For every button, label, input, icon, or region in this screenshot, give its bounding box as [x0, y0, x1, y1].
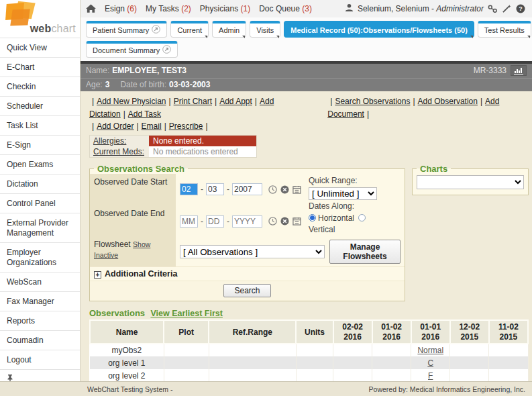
- help-icon[interactable]: ?: [516, 4, 525, 13]
- clear-date-icon[interactable]: [280, 217, 289, 226]
- chart-links-row-1: |Add New Physician|Print Chart|Add Appt|…: [89, 95, 529, 120]
- calendar-icon[interactable]: [292, 217, 301, 226]
- current-meds-link[interactable]: Current Meds:: [93, 147, 144, 156]
- footer-right: Powered by: Medical Informatics Engineer…: [369, 385, 525, 393]
- column-header-01-02-2016: 01-02 2016: [372, 320, 411, 344]
- sidebar-item-quick-view[interactable]: Quick View: [0, 38, 80, 58]
- date-start-dd-input[interactable]: [206, 183, 224, 195]
- nav-count: (6): [127, 4, 137, 13]
- obs-value-cell: [372, 369, 411, 381]
- obs-value-link[interactable]: C: [427, 358, 433, 368]
- topbar-nav: Esign (6)My Tasks (2)Physicians (1)Doc Q…: [96, 4, 312, 13]
- add-new-physician-link[interactable]: Add New Physician: [97, 97, 166, 106]
- nav-item-physicians[interactable]: Physicians (1): [200, 4, 250, 13]
- logo-shape: [10, 9, 30, 26]
- date-end-yyyy-input[interactable]: [232, 215, 262, 228]
- print-chart-link[interactable]: Print Chart: [174, 97, 212, 106]
- sidebar-item-control-panel[interactable]: Control Panel: [0, 194, 80, 213]
- horizontal-radio[interactable]: [309, 214, 316, 221]
- clock-icon[interactable]: [268, 217, 277, 226]
- dates-along-label: Dates Along:: [309, 201, 401, 212]
- email-link[interactable]: Email: [142, 121, 162, 131]
- add-appt-link[interactable]: Add Appt: [219, 97, 252, 106]
- flowsheet-select[interactable]: [ All Observations ]: [180, 245, 325, 258]
- tab-current[interactable]: Current: [170, 21, 209, 38]
- link-icon[interactable]: [488, 5, 498, 13]
- observation-row-org-level-2: org level 2F: [90, 369, 528, 381]
- charts-select[interactable]: [417, 175, 524, 189]
- sidebar-item-e-sign[interactable]: E-Sign: [0, 136, 80, 155]
- main-column: Esign (6)My Tasks (2)Physicians (1)Doc Q…: [81, 0, 532, 381]
- expand-icon: [94, 271, 101, 279]
- obs-refrange-cell: [209, 369, 296, 381]
- sidebar-item-open-exams[interactable]: Open Exams: [0, 155, 80, 175]
- tab-medical-record-50-observations-flowsheets-50[interactable]: Medical Record (50):Observations/Flowshe…: [284, 21, 474, 38]
- obs-value-cell: F: [411, 369, 450, 381]
- sidebar-item-external-provider-management[interactable]: External Provider Management: [0, 213, 80, 243]
- obs-value-link[interactable]: Normal: [417, 346, 443, 355]
- manage-flowsheets-button[interactable]: Manage Flowsheets: [329, 240, 401, 264]
- obs-value-cell: Normal: [411, 344, 450, 356]
- tab-label: Test Results: [484, 26, 525, 34]
- additional-criteria-toggle[interactable]: Additional Criteria: [90, 266, 405, 281]
- search-button[interactable]: Search: [223, 284, 270, 297]
- vertical-radio[interactable]: [358, 214, 366, 221]
- observations-search-panel: Observations Search Observed Date Start …: [89, 164, 405, 302]
- sidebar-item-e-chart[interactable]: E-Chart: [0, 58, 80, 77]
- sidebar-item-dictation[interactable]: Dictation: [0, 175, 80, 194]
- column-header-01-01-2016: 01-01 2016: [411, 320, 450, 344]
- date-start-yyyy-input[interactable]: [232, 183, 262, 195]
- search-observations-link[interactable]: Search Observations: [335, 97, 410, 106]
- wand-icon[interactable]: [502, 5, 512, 13]
- quick-range-select[interactable]: [ Unlimited ]: [309, 187, 377, 200]
- tab-visits[interactable]: Visits: [250, 21, 280, 38]
- prescribe-link[interactable]: Prescribe: [169, 121, 203, 131]
- user-name[interactable]: Selenium, Selenium - Administrator: [358, 4, 484, 13]
- allergies-row: Allergies: None entered.: [90, 136, 256, 146]
- date-start-mm-input[interactable]: [180, 183, 198, 195]
- date-end-mm-input[interactable]: [180, 215, 198, 228]
- nav-item-doc-queue[interactable]: Doc Queue (3): [259, 4, 312, 13]
- view-earliest-first-link[interactable]: View Earliest First: [150, 309, 222, 318]
- sidebar-item-task-list[interactable]: Task List: [0, 116, 80, 136]
- allergies-link[interactable]: Allergies:: [93, 136, 126, 146]
- patient-chart-button[interactable]: [511, 65, 527, 76]
- tab-document-summary[interactable]: Document Summary: [86, 41, 178, 58]
- sidebar-item-logout[interactable]: Logout: [0, 350, 80, 370]
- sidebar-item-employer-organizations[interactable]: Employer Organizations: [0, 243, 80, 273]
- tab-patient-summary[interactable]: Patient Summary: [86, 21, 167, 38]
- date-end-dd-input[interactable]: [206, 215, 224, 228]
- name-label: Name:: [86, 66, 109, 75]
- obs-value-link[interactable]: F: [428, 371, 433, 381]
- nav-item-esign[interactable]: Esign (6): [105, 4, 137, 13]
- webchart-app: webchart Quick ViewE-ChartCheckinSchedul…: [0, 0, 532, 396]
- popup-icon[interactable]: [152, 25, 160, 35]
- user-icon: [345, 3, 354, 14]
- sidebar-item-fax-manager[interactable]: Fax Manager: [0, 292, 80, 311]
- date-start-fields: - -: [176, 174, 305, 205]
- clear-date-icon[interactable]: [280, 185, 289, 194]
- clock-icon[interactable]: [268, 185, 277, 194]
- add-task-link[interactable]: Add Task: [128, 109, 161, 119]
- sidebar-item-scheduler[interactable]: Scheduler: [0, 97, 80, 116]
- sidebar-item-checkin[interactable]: Checkin: [0, 77, 80, 97]
- home-icon[interactable]: [86, 4, 96, 13]
- obs-plot-cell: [164, 344, 209, 356]
- tab-admin[interactable]: Admin: [212, 21, 246, 38]
- sidebar-item-reports[interactable]: Reports: [0, 311, 80, 331]
- nav-item-my-tasks[interactable]: My Tasks (2): [146, 4, 191, 13]
- patient-row-1: Name: EMPLOYEE, TEST3 MR-3333: [81, 64, 532, 79]
- sidebar-item-webscan[interactable]: WebScan: [0, 273, 80, 292]
- webchart-logo: webchart: [0, 0, 80, 38]
- obs-value-cell: C: [411, 356, 450, 369]
- popup-icon[interactable]: [162, 45, 171, 55]
- observations-table-body: myObs2Normalorg level 1Corg level 2FRace…: [90, 344, 528, 381]
- calendar-icon[interactable]: [292, 185, 301, 194]
- add-order-link[interactable]: Add Order: [97, 121, 134, 131]
- patient-header: Name: EMPLOYEE, TEST3 MR-3333 Age: 3 Dat…: [81, 64, 532, 91]
- column-header-12-02-2015: 12-02 2015: [450, 320, 489, 344]
- tab-test-results[interactable]: Test Results: [478, 21, 531, 38]
- sidebar-item-coumadin[interactable]: Coumadin: [0, 331, 80, 350]
- add-observation-link[interactable]: Add Observation: [418, 97, 478, 106]
- chart-links-row-2: |Add Order|Email|Prescribe|: [89, 120, 529, 133]
